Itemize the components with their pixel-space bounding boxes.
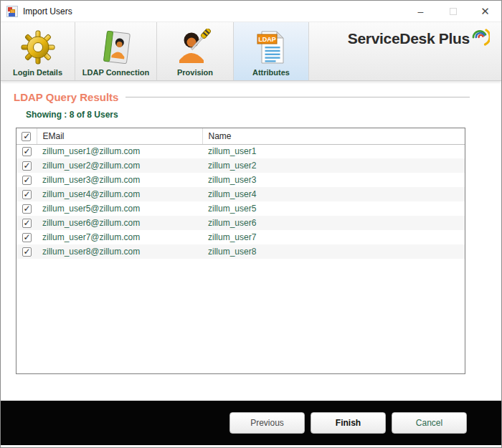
table-row: zillum_user7@zillum.com zillum_user7 bbox=[16, 230, 465, 244]
wizard-step-label: LDAP Connection bbox=[82, 68, 149, 77]
window-title: Import Users bbox=[23, 6, 72, 16]
import-users-window: Import Users – ✕ bbox=[0, 0, 502, 448]
wizard-step-bar: Login Details LDAP Connection bbox=[1, 22, 501, 81]
address-book-icon bbox=[97, 28, 136, 67]
row-checkbox[interactable] bbox=[22, 147, 32, 156]
table-row: zillum_user6@zillum.com zillum_user6 bbox=[16, 216, 465, 230]
brand-swoosh-icon bbox=[471, 28, 490, 51]
section-heading-row: LDAP Query Results bbox=[1, 91, 501, 103]
column-header-name: Name bbox=[202, 128, 465, 144]
table-row: zillum_user5@zillum.com zillum_user5 bbox=[16, 201, 465, 216]
row-checkbox[interactable] bbox=[22, 190, 32, 199]
row-checkbox[interactable] bbox=[22, 176, 32, 185]
window-bottom-strip bbox=[1, 445, 501, 447]
showing-count-text: Showing : 8 of 8 Users bbox=[26, 110, 501, 120]
cell-email: zillum_user1@zillum.com bbox=[37, 144, 202, 158]
table-row: zillum_user4@zillum.com zillum_user4 bbox=[16, 187, 465, 201]
close-icon: ✕ bbox=[480, 5, 490, 18]
cell-email: zillum_user3@zillum.com bbox=[37, 173, 202, 187]
table-row: zillum_user1@zillum.com zillum_user1 bbox=[16, 144, 465, 158]
cell-name: zillum_user1 bbox=[202, 144, 465, 158]
gear-icon bbox=[19, 28, 57, 67]
table-row: zillum_user2@zillum.com zillum_user2 bbox=[16, 158, 465, 173]
footer-button-bar: Previous Finish Cancel bbox=[1, 401, 501, 445]
finish-button[interactable]: Finish bbox=[311, 412, 386, 434]
table-row: zillum_user8@zillum.com zillum_user8 bbox=[16, 244, 465, 259]
wizard-step-provision[interactable]: Provision bbox=[157, 22, 234, 80]
wizard-step-label: Provision bbox=[177, 68, 213, 77]
cell-email: zillum_user6@zillum.com bbox=[37, 216, 202, 230]
servicedesk-plus-logo: ServiceDesk Plus bbox=[348, 30, 490, 51]
wizard-step-ldap-connection[interactable]: LDAP Connection bbox=[75, 22, 157, 80]
window-controls: – ✕ bbox=[404, 1, 501, 22]
wizard-step-login-details[interactable]: Login Details bbox=[1, 22, 75, 80]
page-title: LDAP Query Results bbox=[14, 91, 118, 103]
cell-email: zillum_user4@zillum.com bbox=[37, 187, 202, 201]
wizard-step-label: Attributes bbox=[252, 68, 290, 77]
minimize-icon: – bbox=[418, 6, 424, 17]
row-checkbox[interactable] bbox=[22, 161, 32, 171]
table-row: zillum_user3@zillum.com zillum_user3 bbox=[16, 173, 465, 187]
cell-email: zillum_user7@zillum.com bbox=[37, 230, 202, 244]
ldap-document-icon: LDAP bbox=[252, 28, 290, 67]
titlebar: Import Users – ✕ bbox=[1, 1, 501, 22]
maximize-icon bbox=[450, 8, 457, 15]
ldap-badge-text: LDAP bbox=[258, 36, 276, 43]
previous-button[interactable]: Previous bbox=[229, 412, 305, 434]
user-screwdriver-icon bbox=[176, 28, 214, 67]
cell-name: zillum_user6 bbox=[202, 216, 465, 230]
wizard-step-label: Login Details bbox=[13, 68, 62, 77]
cancel-button[interactable]: Cancel bbox=[392, 412, 467, 434]
wizard-step-attributes[interactable]: LDAP Attributes bbox=[234, 22, 309, 80]
cell-email: zillum_user8@zillum.com bbox=[37, 244, 202, 259]
column-header-email: EMail bbox=[37, 128, 202, 144]
cell-name: zillum_user3 bbox=[202, 173, 465, 187]
row-checkbox[interactable] bbox=[22, 233, 32, 242]
heading-rule bbox=[126, 97, 470, 97]
row-checkbox[interactable] bbox=[22, 219, 32, 228]
cell-name: zillum_user2 bbox=[202, 158, 465, 173]
maximize-button[interactable] bbox=[437, 1, 469, 22]
row-checkbox[interactable] bbox=[22, 204, 32, 214]
select-all-checkbox[interactable] bbox=[22, 132, 31, 141]
cell-name: zillum_user4 bbox=[202, 187, 465, 201]
brand-name: ServiceDesk Plus bbox=[348, 30, 470, 47]
table-header-row: EMail Name bbox=[16, 128, 465, 144]
cell-name: zillum_user5 bbox=[202, 201, 465, 216]
minimize-button[interactable]: – bbox=[404, 1, 437, 22]
cell-email: zillum_user2@zillum.com bbox=[37, 158, 202, 173]
main-content: LDAP Query Results Showing : 8 of 8 User… bbox=[1, 81, 501, 401]
app-window-icon bbox=[6, 6, 18, 17]
ldap-results-table: EMail Name zillum_user1@zillum.com zillu… bbox=[16, 128, 465, 374]
cell-name: zillum_user8 bbox=[202, 244, 465, 259]
close-button[interactable]: ✕ bbox=[469, 1, 501, 22]
cell-email: zillum_user5@zillum.com bbox=[37, 201, 202, 216]
row-checkbox[interactable] bbox=[22, 247, 32, 257]
cell-name: zillum_user7 bbox=[202, 230, 465, 244]
